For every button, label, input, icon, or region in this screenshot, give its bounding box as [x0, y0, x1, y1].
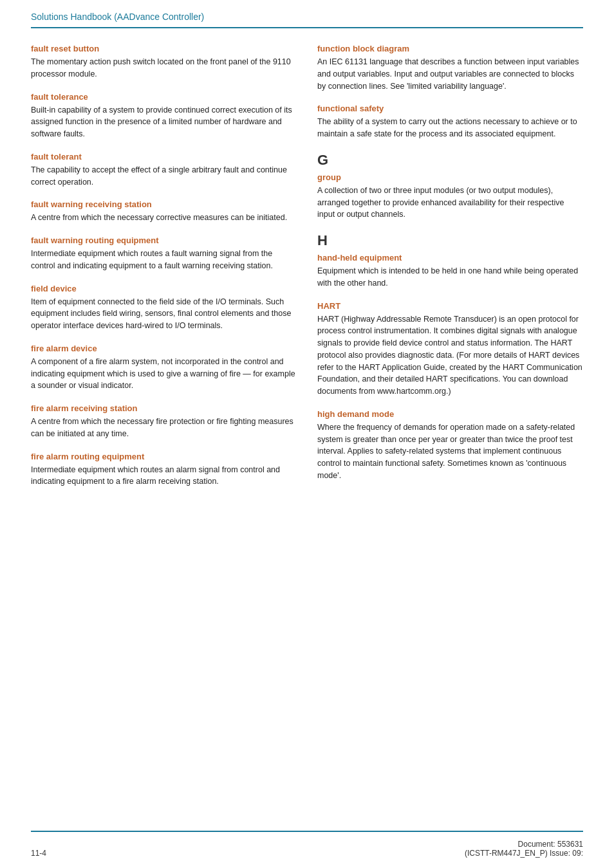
- right-entry-1: functional safetyThe ability of a system…: [317, 104, 583, 140]
- left-entry-6: fire alarm deviceA component of a fire a…: [31, 344, 297, 392]
- entry-term: fault tolerance: [31, 92, 297, 102]
- entry-def: The momentary action push switch located…: [31, 56, 297, 80]
- entry-def: Where the frequency of demands for opera…: [317, 421, 583, 482]
- page: Solutions Handbook (AADvance Controller)…: [0, 0, 614, 868]
- right-entry-0: function block diagramAn IEC 61131 langu…: [317, 44, 583, 92]
- entry-def: An IEC 61131 language that describes a f…: [317, 56, 583, 92]
- left-entry-0: fault reset buttonThe momentary action p…: [31, 44, 297, 80]
- left-entry-5: field deviceItem of equipment connected …: [31, 284, 297, 332]
- left-entry-3: fault warning receiving stationA centre …: [31, 199, 297, 224]
- section-letter-G: G: [317, 152, 583, 169]
- footer-doc: Document: 553631 (ICSTT-RM447J_EN_P) Iss…: [465, 840, 583, 858]
- entry-term: functional safety: [317, 104, 583, 113]
- left-entry-7: fire alarm receiving stationA centre fro…: [31, 403, 297, 440]
- entry-def: Intermediate equipment which routes an a…: [31, 464, 297, 488]
- entry-term: fire alarm routing equipment: [31, 452, 297, 461]
- entry-def: Item of equipment connected to the field…: [31, 296, 297, 332]
- header-title: Solutions Handbook (AADvance Controller): [31, 12, 583, 22]
- entry-term: high demand mode: [317, 409, 583, 419]
- entry-def: A collection of two or three input modul…: [317, 185, 583, 221]
- right-entry-6: HARTHART (Highway Addressable Remote Tra…: [317, 301, 583, 398]
- right-entry-7: high demand modeWhere the frequency of d…: [317, 409, 583, 482]
- entry-def: A centre from which the necessary fire p…: [31, 416, 297, 440]
- left-entry-4: fault warning routing equipmentIntermedi…: [31, 235, 297, 272]
- footer-page: 11-4: [31, 849, 46, 858]
- entry-term: fault reset button: [31, 44, 297, 53]
- entry-def: A centre from which the necessary correc…: [31, 212, 297, 224]
- left-entry-2: fault tolerantThe capability to accept t…: [31, 152, 297, 189]
- entry-def: Built-in capability of a system to provi…: [31, 104, 297, 140]
- entry-term: fault tolerant: [31, 152, 297, 162]
- entry-def: A component of a fire alarm system, not …: [31, 356, 297, 392]
- footer-doc-sub: (ICSTT-RM447J_EN_P) Issue: 09:: [465, 849, 583, 858]
- footer-doc-label: Document: 553631: [518, 840, 583, 849]
- entry-term: fault warning receiving station: [31, 199, 297, 209]
- entry-term: hand-held equipment: [317, 253, 583, 263]
- entry-term: fire alarm receiving station: [31, 403, 297, 413]
- right-entry-3: groupA collection of two or three input …: [317, 172, 583, 221]
- left-entry-1: fault toleranceBuilt-in capability of a …: [31, 92, 297, 140]
- entry-term: HART: [317, 301, 583, 311]
- entry-def: The capability to accept the effect of a…: [31, 164, 297, 189]
- right-column: function block diagramAn IEC 61131 langu…: [317, 44, 583, 815]
- footer: 11-4 Document: 553631 (ICSTT-RM447J_EN_P…: [31, 831, 583, 868]
- entry-def: Intermediate equipment which routes a fa…: [31, 248, 297, 272]
- entry-def: HART (Highway Addressable Remote Transdu…: [317, 313, 583, 398]
- header: Solutions Handbook (AADvance Controller): [0, 0, 614, 28]
- entry-def: Equipment which is intended to be held i…: [317, 265, 583, 290]
- entry-term: group: [317, 172, 583, 182]
- entry-term: fire alarm device: [31, 344, 297, 353]
- entry-term: fault warning routing equipment: [31, 235, 297, 245]
- section-letter-H: H: [317, 232, 583, 249]
- entry-def: The ability of a system to carry out the…: [317, 116, 583, 140]
- entry-term: function block diagram: [317, 44, 583, 53]
- left-entry-8: fire alarm routing equipmentIntermediate…: [31, 452, 297, 488]
- right-entry-5: hand-held equipmentEquipment which is in…: [317, 253, 583, 290]
- content: fault reset buttonThe momentary action p…: [0, 28, 614, 815]
- entry-term: field device: [31, 284, 297, 293]
- left-column: fault reset buttonThe momentary action p…: [31, 44, 297, 815]
